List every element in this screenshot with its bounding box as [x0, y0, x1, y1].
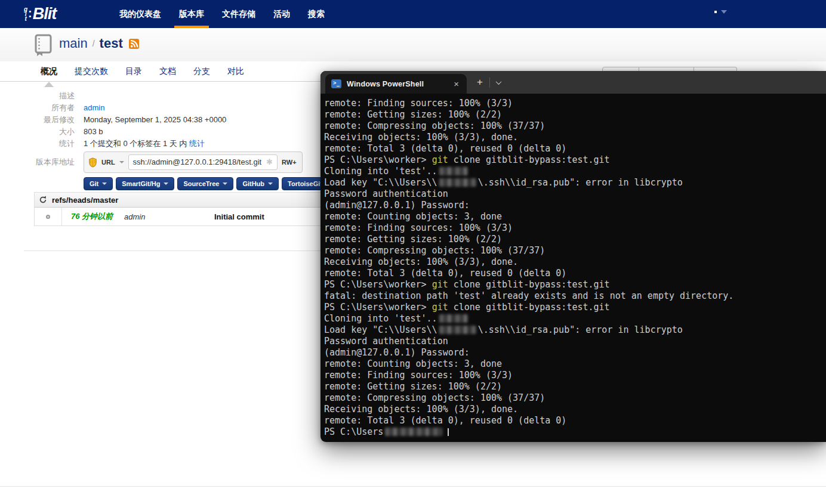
terminal-cursor: [448, 428, 449, 436]
overview-value-link[interactable]: admin: [84, 103, 104, 112]
chevron-down-icon: [223, 183, 227, 185]
new-tab-icon[interactable]: +: [477, 76, 483, 88]
overview-row-2: 最后修改Monday, September 1, 2025 04:38 +000…: [0, 114, 337, 126]
terminal-line: Receiving objects: 100% (3/3), done.: [324, 256, 826, 268]
redacted-text: [439, 314, 468, 323]
clone-button-github[interactable]: GitHub: [236, 177, 279, 190]
terminal-line: remote: Compressing objects: 100% (37/37…: [324, 120, 826, 132]
terminal-line: Load key "C:\\Users\\\.ssh\\id_rsa.pub":…: [324, 177, 826, 188]
terminal-text: PS C:\Users\worker>: [324, 154, 432, 165]
terminal-text: Load key "C:\\Users\\: [324, 177, 437, 188]
rss-feed-icon[interactable]: [129, 39, 139, 49]
terminal-line: fatal: destination path 'test' already e…: [324, 290, 826, 302]
repo-overview: 描述所有者admin最后修改Monday, September 1, 2025 …: [0, 90, 337, 190]
gitblit-logo[interactable]: git : Blit: [24, 0, 56, 28]
nav-item-0[interactable]: 我的仪表盘: [119, 0, 161, 28]
terminal-output[interactable]: remote: Finding sources: 100% (3/3)remot…: [320, 94, 826, 438]
tab-5[interactable]: 对比: [227, 61, 244, 82]
terminal-text: remote: Compressing objects: 100% (37/37…: [324, 120, 545, 131]
terminal-text: clone gitblit-bypass:test.git: [448, 154, 610, 165]
chevron-down-icon: [721, 10, 727, 14]
clone-button-git[interactable]: Git: [84, 177, 113, 190]
overview-value: admin: [84, 102, 104, 114]
commit-time: 76 分钟以前: [62, 211, 116, 222]
tabbar-separator: [489, 78, 490, 88]
clone-button-sourcetree[interactable]: SourceTree: [177, 177, 233, 190]
url-protocol-dropdown-caret[interactable]: [119, 161, 124, 163]
breadcrumb-repo-name: test: [100, 36, 123, 51]
terminal-text: PS C:\Users: [324, 426, 383, 437]
clone-button-smartgit-hg[interactable]: SmartGit/Hg: [116, 177, 174, 190]
terminal-tab[interactable]: Windows PowerShell ×: [325, 74, 467, 94]
terminal-line: remote: Finding sources: 100% (3/3): [324, 370, 826, 381]
terminal-text: (admin@127.0.0.1) Password:: [324, 347, 470, 358]
powershell-window: Windows PowerShell × + remote: Finding s…: [320, 71, 826, 442]
tab-4[interactable]: 分支: [193, 61, 210, 82]
overview-label: 最后修改: [0, 114, 75, 126]
terminal-text: Cloning into 'test'..: [324, 313, 437, 324]
overview-value: Monday, September 1, 2025 04:38 +0000: [84, 114, 226, 126]
terminal-line: remote: Compressing objects: 100% (37/37…: [324, 245, 826, 256]
clone-button-label: GitHub: [242, 180, 264, 187]
logo-text: Blit: [33, 5, 57, 23]
clone-button-label: Git: [90, 180, 98, 187]
overview-row-1: 所有者admin: [0, 102, 337, 114]
url-protocol-label: URL: [101, 156, 115, 168]
commit-author: admin: [116, 212, 208, 221]
nav-item-3[interactable]: 活动: [273, 0, 290, 28]
powershell-icon: [331, 79, 341, 88]
tab-2[interactable]: 目录: [125, 61, 142, 82]
terminal-text: remote: Getting sizes: 100% (2/2): [324, 109, 502, 120]
terminal-line: remote: Total 3 (delta 0), reused 0 (del…: [324, 268, 826, 279]
overview-value: 1 个提交和 0 个标签在 1 天 内 统计: [84, 138, 205, 150]
overview-row-4: 统计1 个提交和 0 个标签在 1 天 内 统计: [0, 138, 337, 150]
repo-header: main / test: [0, 28, 826, 61]
overview-row-0: 描述: [0, 90, 337, 102]
top-navbar: git : Blit 我的仪表盘版本库文件存储活动搜索: [0, 0, 826, 28]
nav-item-4[interactable]: 搜索: [308, 0, 325, 28]
terminal-dropdown-icon[interactable]: [495, 79, 501, 85]
chevron-down-icon: [102, 183, 107, 185]
chevron-down-icon: [268, 183, 273, 185]
overview-label: 统计: [0, 138, 75, 150]
commit-bullet-cell: [35, 208, 62, 225]
terminal-text: remote: Counting objects: 3, done: [324, 211, 502, 222]
repo-url-widget: URL ssh://admin@127.0.0.1:29418/test.git…: [84, 151, 303, 173]
overview-value: 803 b: [84, 126, 103, 138]
chevron-down-icon: [164, 183, 168, 185]
logo-git-glyph: git: [24, 7, 27, 21]
terminal-line: PS C:\Users: [324, 426, 826, 438]
terminal-text: remote: Compressing objects: 100% (37/37…: [324, 392, 545, 403]
terminal-text: Load key "C:\\Users\\: [324, 324, 437, 335]
metrics-link[interactable]: 统计: [189, 139, 205, 148]
refresh-icon[interactable]: [39, 196, 47, 204]
terminal-text: Receiving objects: 100% (3/3), done.: [324, 132, 518, 143]
terminal-tab-title: Windows PowerShell: [347, 80, 452, 88]
terminal-text: remote: Total 3 (delta 0), reused 0 (del…: [324, 268, 566, 279]
terminal-line: remote: Finding sources: 100% (3/3): [324, 98, 826, 109]
terminal-text: remote: Finding sources: 100% (3/3): [324, 370, 513, 381]
terminal-line: remote: Finding sources: 100% (3/3): [324, 222, 826, 234]
terminal-text: Receiving objects: 100% (3/3), done.: [324, 404, 518, 415]
clone-button-label: TortoiseGit: [288, 180, 322, 187]
nav-item-1[interactable]: 版本库: [179, 0, 204, 28]
close-tab-icon[interactable]: ×: [452, 79, 461, 89]
copy-url-icon[interactable]: ✱: [266, 156, 273, 168]
user-menu[interactable]: [714, 10, 727, 14]
terminal-text: PS C:\Users\worker>: [324, 302, 432, 313]
terminal-line: PS C:\Users\worker> git clone gitblit-by…: [324, 302, 826, 313]
terminal-line: Cloning into 'test'..: [324, 313, 826, 324]
breadcrumb-project-link[interactable]: main: [59, 36, 88, 51]
terminal-line: Receiving objects: 100% (3/3), done.: [324, 404, 826, 415]
terminal-text: clone gitblit-bypass:test.git: [448, 302, 610, 313]
terminal-text: PS C:\Users\worker>: [324, 279, 432, 290]
tab-0[interactable]: 概况: [41, 61, 57, 82]
overview-label: 描述: [0, 90, 75, 102]
nav-item-2[interactable]: 文件存储: [222, 0, 255, 28]
terminal-line: (admin@127.0.0.1) Password:: [324, 347, 826, 358]
repo-tabs: 概况提交次数目录文档分支对比: [41, 61, 244, 82]
terminal-line: Password authentication: [324, 188, 826, 200]
tab-3[interactable]: 文档: [159, 61, 176, 82]
terminal-line: remote: Counting objects: 3, done: [324, 211, 826, 222]
tab-1[interactable]: 提交次数: [75, 61, 108, 82]
